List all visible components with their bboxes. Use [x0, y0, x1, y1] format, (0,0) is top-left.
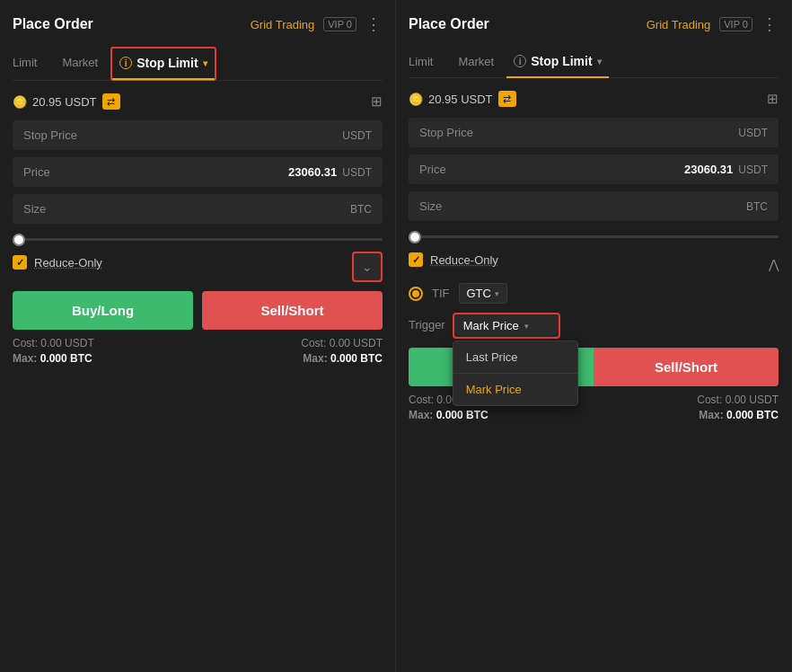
- right-tif-label: TIF: [432, 287, 450, 300]
- right-checkbox-check: ✓: [412, 254, 420, 266]
- right-tab-stop-limit-label: Stop Limit: [531, 54, 592, 68]
- right-grid-trading[interactable]: Grid Trading: [647, 18, 711, 31]
- left-title: Place Order: [13, 16, 93, 32]
- right-dropdown-last-price[interactable]: Last Price: [453, 341, 577, 374]
- right-balance-amount: 20.95 USDT: [428, 93, 493, 106]
- right-sell-button[interactable]: Sell/Short: [594, 348, 779, 386]
- right-size-field[interactable]: Size BTC: [409, 191, 779, 221]
- left-buy-button[interactable]: Buy/Long: [13, 291, 193, 330]
- right-stop-price-field[interactable]: Stop Price USDT: [409, 118, 779, 147]
- left-grid-trading[interactable]: Grid Trading: [251, 18, 315, 31]
- left-slider-row[interactable]: [13, 234, 383, 244]
- left-calc-icon[interactable]: ⊞: [371, 93, 383, 110]
- left-slider-track[interactable]: [13, 238, 383, 241]
- left-price-field[interactable]: Price 23060.31 USDT: [13, 157, 383, 187]
- right-trigger-dropdown-menu: Last Price Mark Price: [453, 340, 578, 406]
- right-tif-select[interactable]: GTC ▾: [459, 283, 507, 304]
- left-size-right: BTC: [345, 203, 372, 216]
- left-price-unit: USDT: [342, 166, 372, 179]
- right-header-right: Grid Trading VIP 0 ⋮: [647, 14, 779, 34]
- right-tif-radio[interactable]: [409, 287, 423, 301]
- right-price-field[interactable]: Price 23060.31 USDT: [409, 155, 779, 184]
- left-tab-stop-limit[interactable]: i Stop Limit ▾: [110, 47, 216, 81]
- right-reduce-only: ✓ Reduce-Only: [409, 252, 498, 267]
- right-tab-stop-limit[interactable]: i Stop Limit ▾: [506, 47, 608, 77]
- right-size-unit: BTC: [746, 200, 768, 213]
- right-size-label: Size: [419, 199, 442, 213]
- right-title: Place Order: [409, 16, 489, 32]
- left-size-unit: BTC: [350, 203, 372, 216]
- right-size-right: BTC: [741, 200, 768, 213]
- right-tif-row: TIF GTC ▾: [409, 283, 779, 304]
- left-balance-left: 🪙 20.95 USDT ⇄: [13, 93, 120, 110]
- right-trigger-select[interactable]: Mark Price ▾: [453, 313, 560, 339]
- left-reduce-only: ✓ Reduce-Only: [13, 255, 102, 270]
- right-trigger-arrow-icon: ▾: [524, 322, 529, 331]
- right-balance-left: 🪙 20.95 USDT ⇄: [409, 91, 516, 107]
- left-swap-button[interactable]: ⇄: [102, 93, 120, 110]
- left-sell-button[interactable]: Sell/Short: [202, 291, 383, 330]
- right-tab-limit[interactable]: Limit: [409, 48, 445, 77]
- left-price-right: 23060.31 USDT: [288, 165, 372, 179]
- left-header: Place Order Grid Trading VIP 0 ⋮: [13, 14, 383, 34]
- left-stop-price-field[interactable]: Stop Price USDT: [13, 120, 383, 150]
- right-buy-max: Max: 0.000 BTC: [409, 409, 490, 421]
- left-action-buttons: Buy/Long Sell/Short: [13, 291, 383, 330]
- left-expand-toggle[interactable]: ⌄: [352, 252, 383, 282]
- left-header-right: Grid Trading VIP 0 ⋮: [251, 14, 383, 34]
- left-reduce-row: ✓ Reduce-Only ⌄: [13, 255, 383, 279]
- right-panel: Place Order Grid Trading VIP 0 ⋮ Limit M…: [396, 0, 792, 672]
- right-slider-thumb[interactable]: [409, 231, 421, 243]
- left-stop-price-unit: USDT: [342, 129, 372, 142]
- right-stop-limit-info-icon: i: [514, 55, 526, 67]
- left-buy-cost: Cost: 0.00 USDT Max: 0.000 BTC: [13, 337, 94, 365]
- left-buy-cost-label: Cost: 0.00 USDT: [13, 337, 94, 349]
- left-sell-max: Max: 0.000 BTC: [301, 352, 383, 365]
- left-tabs: Limit Market i Stop Limit ▾: [13, 47, 383, 81]
- left-vip-badge: VIP 0: [323, 17, 356, 31]
- right-swap-button[interactable]: ⇄: [498, 91, 516, 107]
- right-calc-icon[interactable]: ⊞: [767, 91, 779, 107]
- left-balance-amount: 20.95 USDT: [32, 95, 97, 109]
- right-tab-chevron: ▾: [597, 57, 602, 66]
- right-tif-arrow-icon: ▾: [495, 289, 499, 298]
- left-price-label: Price: [23, 165, 50, 179]
- right-price-unit: USDT: [738, 164, 768, 176]
- left-slider-thumb[interactable]: [13, 234, 25, 246]
- left-tab-limit[interactable]: Limit: [13, 49, 49, 78]
- right-stop-price-unit: USDT: [738, 127, 768, 139]
- right-stop-price-right: USDT: [733, 127, 768, 139]
- right-more-icon[interactable]: ⋮: [761, 14, 779, 34]
- right-trigger-label: Trigger: [409, 313, 445, 332]
- right-slider-track[interactable]: [409, 235, 779, 238]
- left-sell-cost-label: Cost: 0.00 USDT: [301, 337, 383, 349]
- right-sell-cost: Cost: 0.00 USDT Max: 0.000 BTC: [697, 393, 779, 421]
- right-collapse-icon[interactable]: ⋀: [769, 257, 779, 271]
- right-slider-row[interactable]: [409, 232, 779, 242]
- left-size-label: Size: [23, 202, 46, 216]
- right-tab-market[interactable]: Market: [445, 48, 506, 77]
- stop-limit-info-icon: i: [119, 57, 132, 69]
- right-card-icon: 🪙: [409, 93, 423, 106]
- right-dropdown-mark-price[interactable]: Mark Price: [453, 374, 577, 405]
- right-reduce-only-label: Reduce-Only: [430, 253, 498, 267]
- left-more-icon[interactable]: ⋮: [365, 14, 383, 34]
- right-reduce-checkbox[interactable]: ✓: [409, 252, 423, 267]
- left-tab-market[interactable]: Market: [49, 49, 110, 78]
- left-panel: Place Order Grid Trading VIP 0 ⋮ Limit M…: [0, 0, 396, 672]
- right-expanded-section: ✓ Reduce-Only ⋀ TIF GTC ▾ Trigger Mark P…: [409, 252, 779, 339]
- right-tif-value: GTC: [467, 287, 491, 300]
- right-trigger-row: Trigger Mark Price ▾ Last Price Mark Pri…: [409, 313, 779, 339]
- left-checkbox-check: ✓: [16, 257, 24, 269]
- right-price-right: 23060.31 USDT: [684, 163, 768, 176]
- right-price-label: Price: [419, 163, 446, 176]
- right-stop-price-label: Stop Price: [419, 126, 473, 139]
- left-balance-row: 🪙 20.95 USDT ⇄ ⊞: [13, 93, 383, 110]
- right-tif-radio-inner: [412, 290, 419, 297]
- left-price-value: 23060.31: [288, 165, 337, 179]
- left-reduce-checkbox[interactable]: ✓: [13, 255, 27, 270]
- left-size-field[interactable]: Size BTC: [13, 194, 383, 224]
- right-price-value: 23060.31: [684, 163, 733, 176]
- right-trigger-wrapper: Mark Price ▾ Last Price Mark Price: [453, 313, 560, 339]
- left-stop-price-label: Stop Price: [23, 128, 77, 142]
